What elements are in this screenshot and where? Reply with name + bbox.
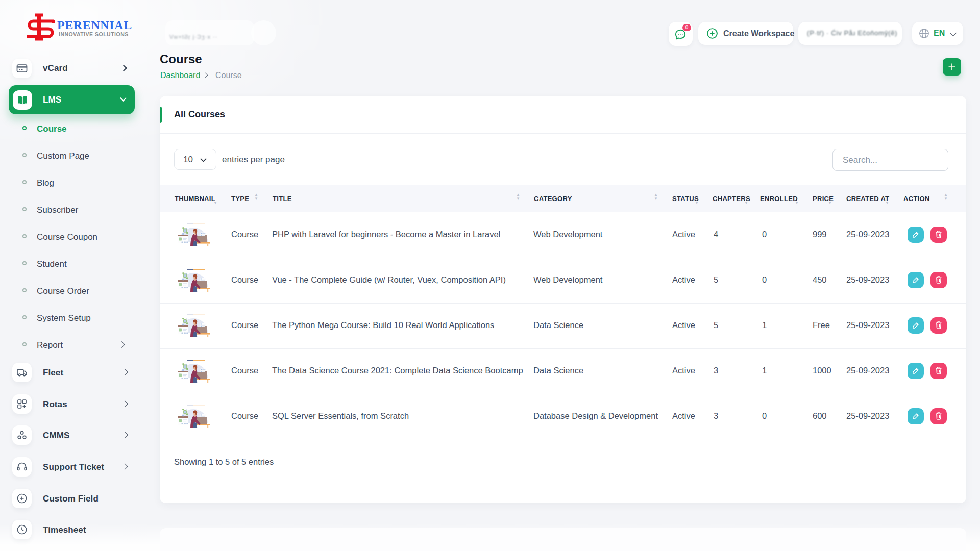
svg-text:INNOVATIVE SOLUTIONS: INNOVATIVE SOLUTIONS — [59, 31, 129, 37]
svg-text:PERENNIAL: PERENNIAL — [57, 18, 132, 32]
